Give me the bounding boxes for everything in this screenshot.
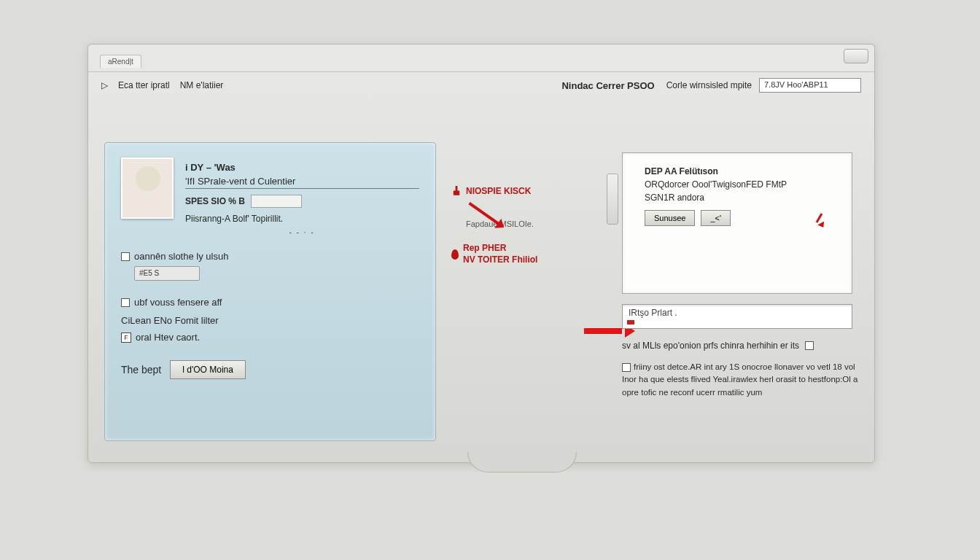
center-item-2: Rep PHER NV TOITER Fhiliol bbox=[451, 243, 568, 265]
right-pane-line3: SGN1R andora bbox=[645, 192, 839, 203]
dialog-window: aRend|t ▷ Eca tter ipratl NM e'latiier N… bbox=[88, 44, 875, 463]
info-paragraph-text: friiny ost detce.AR int ary 1S onocroe l… bbox=[622, 362, 858, 397]
center-item-1-title: NIOSPIE KISCK bbox=[466, 186, 531, 198]
left-panel: i DY – 'Was 'IfI SPrale-vent d Culentier… bbox=[104, 142, 436, 441]
right-pane-line2: ORQdorcer Oool'TwigisonFED FMtP bbox=[645, 179, 839, 190]
header-section-title: Nindac Cerrer PSOO bbox=[561, 80, 654, 91]
right-check-text: sv al MLls epo'onion prfs chinra herhihi… bbox=[622, 341, 799, 351]
foot-label: The bept bbox=[121, 364, 161, 376]
right-pane: DEP AA Felütıson ORQdorcer Oool'Twigison… bbox=[622, 152, 852, 294]
right-column: DEP AA Felütıson ORQdorcer Oool'Twigison… bbox=[622, 152, 852, 399]
right-check-row: sv al MLls epo'onion prfs chinra herhihi… bbox=[622, 341, 852, 351]
mid-pill[interactable]: #E5 S bbox=[134, 266, 200, 281]
right-pane-line1: DEP AA Felütıson bbox=[645, 166, 839, 176]
header-left: ▷ Eca tter ipratl NM e'latiier bbox=[101, 80, 550, 90]
lower-label-3: oral Htev caort. bbox=[136, 332, 200, 343]
center-item-2b: NV TOITER Fhiliol bbox=[463, 254, 537, 266]
info-paragraph: friiny ost detce.AR int ary 1S onocroe l… bbox=[622, 361, 870, 399]
profile-row: i DY – 'Was 'IfI SPrale-vent d Culentier… bbox=[121, 158, 419, 236]
mid-check-row: oannên slothe ly ulsuh bbox=[121, 251, 419, 262]
header-field-label: Corle wirnsisled mpite bbox=[666, 80, 752, 90]
profile-info: i DY – 'Was 'IfI SPrale-vent d Culentier… bbox=[185, 158, 419, 236]
header-link-2[interactable]: NM e'latiier bbox=[180, 80, 224, 90]
mid-pill-row: #E5 S bbox=[134, 266, 419, 281]
header-field-input[interactable]: 7.8JV Hoo'ABP11 bbox=[759, 78, 861, 93]
scroll-handle[interactable] bbox=[607, 174, 618, 225]
header-right: Corle wirnsisled mpite 7.8JV Hoo'ABP11 bbox=[666, 78, 861, 93]
note-icon bbox=[622, 363, 631, 372]
checkbox-icon[interactable] bbox=[121, 298, 130, 307]
profile-name: i DY – 'Was bbox=[185, 162, 419, 173]
small-arrow-icon bbox=[815, 214, 828, 228]
right-pane-button-1[interactable]: Sunusee bbox=[645, 210, 695, 226]
checkbox-icon[interactable] bbox=[805, 341, 814, 350]
body: i DY – 'Was 'IfI SPrale-vent d Culentier… bbox=[88, 98, 874, 462]
right-pane-buttons: Sunusee _<' bbox=[645, 210, 839, 226]
checkbox-icon[interactable] bbox=[121, 252, 130, 261]
titlebar: aRend|t bbox=[88, 44, 874, 72]
lower-label-2: CiLеan ENo Fomit lilter bbox=[121, 315, 419, 326]
lower-row3: F oral Htev caort. bbox=[121, 332, 419, 343]
profile-role: 'IfI SPrale-vent d Culentier bbox=[185, 176, 419, 189]
header-link-1[interactable]: Eca tter ipratl bbox=[118, 80, 170, 90]
spes-input[interactable] bbox=[251, 195, 302, 208]
avatar bbox=[121, 158, 174, 219]
profile-spes-row: SPES SIO % B bbox=[185, 195, 419, 208]
center-item-1-sub: Fapdaue MSILOIe. bbox=[451, 219, 568, 228]
hand-icon bbox=[451, 186, 462, 198]
header-row: ▷ Eca tter ipratl NM e'latiier Nindac Ce… bbox=[88, 72, 874, 97]
ellipsis-icon: - - · - bbox=[280, 228, 324, 236]
boxed-icon[interactable]: F bbox=[121, 332, 131, 343]
right-pane-button-2[interactable]: _<' bbox=[701, 210, 731, 226]
center-item-2a: Rep PHER bbox=[463, 243, 537, 254]
tab-group: aRend|t bbox=[100, 55, 141, 68]
lower-block: ubf vouss fensere aff CiLеan ENo Fomit l… bbox=[121, 297, 419, 343]
window-close-button[interactable] bbox=[844, 49, 868, 63]
pin-icon bbox=[451, 249, 459, 260]
right-text-field[interactable]: IRtşo Prlart . bbox=[622, 304, 852, 329]
left-foot-row: The bept l d'OO Moina bbox=[121, 360, 419, 379]
center-column: NIOSPIE KISCK Fapdaue MSILOIe. Rep PHER … bbox=[451, 186, 568, 280]
lower-row1: ubf vouss fensere aff bbox=[121, 297, 419, 308]
foot-button[interactable]: l d'OO Moina bbox=[170, 360, 246, 379]
window-handle[interactable] bbox=[467, 452, 577, 472]
mid-check-label: oannên slothe ly ulsuh bbox=[134, 251, 228, 262]
folder-icon: ▷ bbox=[101, 80, 108, 90]
profile-line5: Piisranng-A Bolf' Topirillit. bbox=[185, 214, 419, 224]
lower-label-1: ubf vouss fensere aff bbox=[134, 297, 222, 308]
spes-label: SPES SIO % B bbox=[185, 196, 245, 206]
mid-block: oannên slothe ly ulsuh #E5 S bbox=[121, 251, 419, 281]
tab-1[interactable]: aRend|t bbox=[100, 55, 141, 68]
center-item-1: NIOSPIE KISCK bbox=[451, 186, 568, 198]
